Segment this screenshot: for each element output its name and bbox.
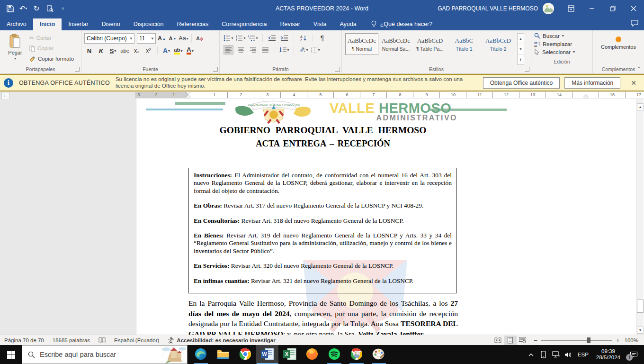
- justify-button[interactable]: [260, 45, 270, 55]
- close-button[interactable]: [623, 0, 644, 17]
- font-name-combo[interactable]: Calibri (Cuerpo)▾: [84, 33, 134, 44]
- format-painter-button[interactable]: Copiar formato: [29, 55, 74, 63]
- italic-button[interactable]: K: [96, 46, 106, 55]
- find-button[interactable]: Buscar▾: [534, 33, 590, 39]
- scroll-down-icon[interactable]: ▼: [637, 327, 644, 334]
- line-spacing-button[interactable]: ▾: [279, 45, 289, 55]
- taskbar-app-word[interactable]: W: [256, 345, 278, 364]
- multilevel-list-button[interactable]: ▾: [248, 33, 258, 43]
- text-effects-button[interactable]: A▾: [161, 46, 171, 55]
- subscript-button[interactable]: x₂: [132, 46, 142, 55]
- tab-archivo[interactable]: Archivo: [0, 18, 33, 30]
- word-count[interactable]: 18685 palabras: [48, 335, 94, 345]
- taskbar-app-edge[interactable]: [189, 345, 212, 364]
- page-indicator[interactable]: Página 70 de 70: [0, 335, 48, 345]
- feedback-icon[interactable]: [631, 20, 644, 30]
- hanging-indent-marker[interactable]: [186, 95, 190, 98]
- increase-indent-button[interactable]: [279, 33, 289, 43]
- shading-button[interactable]: ▾: [298, 45, 308, 55]
- style-card-5[interactable]: AaBbCcDTítulo 2: [482, 33, 515, 55]
- get-office-button[interactable]: Obtenga Office auténtico: [483, 77, 560, 89]
- styles-dialog-launcher-icon[interactable]: [525, 67, 529, 72]
- style-card-1[interactable]: AaBbCcDc¶ Normal: [345, 33, 378, 55]
- accessibility-status[interactable]: Accesibilidad: es necesario investigar: [163, 335, 279, 345]
- instructions-box[interactable]: Instrucciones: El Administrador del cont…: [188, 168, 457, 293]
- right-indent-marker[interactable]: [583, 95, 588, 98]
- replace-button[interactable]: abac Reemplazar: [534, 41, 590, 47]
- styles-scroll-up-icon[interactable]: ▲: [518, 34, 524, 44]
- document-page[interactable]: VALLE HERMOSO TURÍSTICO Y PRODUCTIVO VAL…: [136, 99, 644, 335]
- align-center-button[interactable]: [236, 45, 246, 55]
- restore-button[interactable]: [602, 0, 623, 17]
- body-paragraph[interactable]: En la Parroquia Valle Hermoso, Provincia…: [188, 298, 458, 335]
- tab-correspondencia[interactable]: Correspondencia: [215, 18, 273, 30]
- start-button[interactable]: [0, 345, 22, 364]
- grow-font-button[interactable]: A▲: [157, 34, 167, 43]
- styles-gallery-scroll[interactable]: ▲ ▼ ⇟: [517, 33, 524, 65]
- select-button[interactable]: Seleccionar▾: [534, 49, 590, 55]
- tab-selector[interactable]: ∟: [1, 92, 9, 99]
- copy-button[interactable]: Copiar: [29, 44, 74, 53]
- customize-qat-icon[interactable]: ▿: [57, 2, 69, 15]
- style-card-3[interactable]: AaBbCcD¶ Table Pa...: [413, 33, 447, 55]
- print-layout-view-icon[interactable]: [504, 336, 517, 345]
- taskbar-app-chrome[interactable]: [234, 345, 256, 364]
- addins-button[interactable]: Complementos: [595, 32, 642, 65]
- superscript-button[interactable]: x²: [143, 46, 153, 55]
- strikethrough-button[interactable]: abc: [120, 46, 130, 55]
- tab-revisar[interactable]: Revisar: [273, 18, 306, 30]
- more-info-button[interactable]: Más información: [564, 77, 620, 89]
- shrink-font-button[interactable]: A▼: [168, 34, 178, 43]
- redo-icon[interactable]: ↻: [30, 2, 43, 15]
- paste-button[interactable]: Pegar ▾: [2, 32, 28, 65]
- zoom-level[interactable]: 100%: [625, 337, 644, 343]
- tab-diseño[interactable]: Diseño: [95, 18, 127, 30]
- volume-icon[interactable]: [563, 345, 574, 364]
- style-card-2[interactable]: AaBbCcDcNormal Sa...: [379, 33, 412, 55]
- taskbar-app-firefox[interactable]: [301, 345, 323, 364]
- clear-formatting-button[interactable]: A: [195, 34, 205, 43]
- styles-expand-icon[interactable]: ⇟: [518, 55, 524, 64]
- tab-vista[interactable]: Vista: [307, 18, 333, 30]
- sort-button[interactable]: AZ: [298, 33, 308, 43]
- network-icon[interactable]: [550, 345, 562, 364]
- undo-icon[interactable]: ↶▾: [17, 2, 29, 15]
- tab-referencias[interactable]: Referencias: [170, 18, 215, 30]
- tell-me-search[interactable]: ¿Qué desea hacer?: [371, 20, 433, 30]
- document-heading-1[interactable]: GOBIERNO PARROQUIAL VALLE HERMOSO: [188, 125, 457, 136]
- taskbar-app-excel[interactable]: X: [278, 345, 301, 364]
- save-icon[interactable]: [4, 2, 16, 15]
- bullets-button[interactable]: ▾: [224, 33, 233, 43]
- underline-button[interactable]: S▾: [108, 46, 118, 55]
- tab-insertar[interactable]: Insertar: [62, 18, 95, 30]
- tray-clock[interactable]: 09:39 28/5/2024: [592, 348, 624, 361]
- align-right-button[interactable]: [248, 45, 258, 55]
- borders-button[interactable]: ▾: [311, 45, 321, 55]
- font-dialog-launcher-icon[interactable]: [213, 67, 218, 72]
- paste-dropdown-icon[interactable]: ▾: [14, 56, 16, 61]
- taskbar-app-file-explorer[interactable]: [212, 345, 234, 364]
- align-left-button[interactable]: [224, 45, 233, 55]
- numbering-button[interactable]: 123▾: [236, 33, 246, 43]
- phone-link-icon[interactable]: [538, 345, 549, 364]
- style-card-4[interactable]: AaBbCTítulo 1: [447, 33, 481, 55]
- scroll-up-icon[interactable]: ▲: [637, 103, 644, 110]
- styles-scroll-down-icon[interactable]: ▼: [518, 44, 524, 55]
- zoom-out-icon[interactable]: −: [534, 337, 537, 344]
- tray-chevron-icon[interactable]: [526, 345, 537, 364]
- action-center-icon[interactable]: 1: [625, 345, 642, 364]
- account-avatar[interactable]: [543, 3, 554, 14]
- cut-button[interactable]: ✂Cortar: [29, 34, 74, 42]
- tab-ayuda[interactable]: Ayuda: [333, 18, 363, 30]
- first-line-indent-marker[interactable]: [186, 91, 190, 94]
- zoom-in-icon[interactable]: +: [616, 337, 620, 344]
- taskbar-app-spotify[interactable]: [323, 345, 345, 364]
- font-color-button[interactable]: A▾: [185, 46, 195, 55]
- bold-button[interactable]: N: [84, 46, 94, 55]
- show-marks-button[interactable]: ¶: [317, 33, 327, 43]
- dismiss-warning-icon[interactable]: ✕: [627, 79, 640, 87]
- account-name[interactable]: GAD PARROQUIAL VALLE HERMOSO: [438, 5, 538, 12]
- ribbon-display-options-icon[interactable]: [561, 0, 581, 17]
- print-preview-icon[interactable]: [44, 2, 56, 15]
- taskbar-search-input[interactable]: Escribe aquí para buscar: [22, 345, 188, 364]
